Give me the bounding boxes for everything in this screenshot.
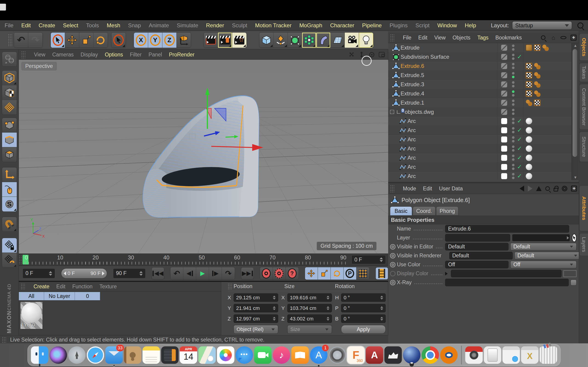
dock-fusion360[interactable]: F 360 [347, 346, 365, 364]
layer-color-chip[interactable] [498, 162, 510, 171]
enabled-check-icon[interactable]: ✓ [516, 62, 523, 69]
visibility-dots[interactable] [510, 173, 516, 179]
viewport-menu-item[interactable]: View [34, 52, 45, 58]
viewport-menu-item[interactable]: ProRender [169, 52, 194, 58]
menu-mograph[interactable]: MoGraph [299, 22, 322, 29]
menu-create[interactable]: Create [39, 22, 55, 29]
soft-selection-button[interactable]: S [2, 197, 17, 211]
layer-color-chip[interactable] [498, 61, 510, 70]
search-icon[interactable] [540, 34, 547, 41]
tab-takes[interactable]: Takes [579, 63, 588, 82]
coordinate-system-button[interactable] [177, 33, 191, 48]
coordinate-input[interactable]: 21.941 cm [233, 304, 278, 312]
enabled-check-icon[interactable]: ✓ [516, 90, 523, 97]
menu-help[interactable]: Help [465, 22, 476, 29]
tag-icon[interactable] [542, 44, 549, 51]
tweak-mode-button[interactable] [2, 182, 17, 197]
text-input[interactable]: Default [445, 243, 509, 250]
lock-workplane-button[interactable] [2, 238, 17, 253]
render-settings-button[interactable] [232, 33, 246, 48]
layer-color-chip[interactable] [498, 135, 510, 144]
om-row-arc[interactable]: ∟0 Arc ✓ [388, 117, 571, 126]
dock-mail[interactable]: 33 [105, 346, 123, 364]
viewport-menu-item[interactable]: Options [105, 52, 123, 58]
text-input[interactable]: Off [445, 261, 509, 268]
add-icon[interactable]: + [571, 186, 577, 192]
dock-books[interactable] [292, 346, 309, 364]
visibility-dots[interactable] [510, 54, 516, 60]
material-menu-item[interactable]: Function [72, 284, 93, 290]
play-button[interactable]: ▶ [196, 267, 209, 280]
keyframe-hud-button[interactable]: ? [286, 267, 299, 280]
menu-motion-tracker[interactable]: Motion Tracker [255, 22, 292, 29]
tag-icon[interactable] [526, 72, 532, 78]
layer-color-chip[interactable] [498, 52, 510, 61]
dock-messages[interactable]: ••• [236, 346, 253, 364]
menu-t,ools[interactable]: Tools [86, 22, 99, 29]
dropdown[interactable]: Default [515, 252, 581, 259]
visibility-dots[interactable] [510, 72, 516, 78]
dock-trash[interactable] [540, 346, 557, 364]
live-selection-button[interactable] [51, 33, 65, 48]
lock-icon[interactable] [553, 188, 558, 192]
layout-select[interactable]: Startup [512, 21, 572, 30]
dock-autocad[interactable]: A [366, 346, 383, 364]
dock-calculator[interactable] [161, 346, 179, 364]
goto-start-button[interactable]: ◀◀ [152, 267, 164, 280]
menu-animate[interactable]: Animate [149, 22, 169, 29]
dock-facetime[interactable] [254, 346, 272, 364]
material-swatch[interactable]: LYR 0 [20, 302, 43, 329]
tag-icon[interactable] [526, 90, 532, 97]
om-row-objects-dwg[interactable]: − ∟0 objects.dwg ✓ [388, 107, 571, 117]
coordinate-input[interactable]: 0 ° [341, 293, 386, 302]
position-mode-select[interactable]: Object (Rel) [233, 325, 278, 334]
add-cube-button[interactable] [259, 33, 274, 48]
visibility-dots[interactable] [510, 81, 516, 87]
keyframe-dot-icon[interactable] [390, 262, 397, 267]
dock-appstore[interactable]: A 1 [310, 346, 328, 364]
material-menu-item[interactable]: Create [34, 284, 49, 290]
enabled-check-icon[interactable]: ✓ [516, 108, 523, 115]
pick-object-icon[interactable] [572, 234, 577, 242]
tab-attributes[interactable]: Attributes [579, 185, 588, 231]
visibility-dots[interactable] [510, 109, 516, 115]
om-row-extrude-4[interactable]: ∟0 Extrude.4 ✓ [388, 89, 571, 98]
layer-color-chip[interactable] [498, 80, 510, 89]
drag-grip[interactable] [2, 337, 6, 343]
enabled-check-icon[interactable]: ✓ [516, 53, 523, 60]
keyframe-dot-icon[interactable] [390, 253, 397, 259]
coordinate-input[interactable]: 12.997 cm [233, 315, 278, 323]
material-menu-item[interactable]: Texture [99, 284, 117, 290]
add-subdivision-surface-button[interactable] [288, 33, 302, 48]
keyframe-dot-icon[interactable] [390, 244, 397, 250]
visibility-dots[interactable] [510, 155, 516, 161]
stepper-down-icon[interactable] [380, 260, 383, 262]
history-forward-icon[interactable] [528, 186, 532, 192]
visibility-dots[interactable] [510, 127, 516, 133]
tag-icon[interactable] [534, 44, 540, 51]
tag-icon[interactable] [526, 100, 532, 106]
coordinate-input[interactable]: 103.704 cm [287, 304, 332, 312]
key-rotation-toggle[interactable] [331, 267, 344, 280]
menu-select[interactable]: Select [63, 22, 78, 29]
visibility-dots[interactable] [510, 44, 516, 51]
key-parameter-toggle[interactable]: P [344, 267, 356, 280]
menu-pipeline[interactable]: Pipeline [362, 22, 382, 29]
prev-key-button[interactable]: ↶ [170, 267, 183, 280]
material-menu-item[interactable]: Edit [56, 284, 65, 290]
tag-icon[interactable] [534, 72, 540, 78]
enabled-check-icon[interactable]: ✓ [516, 81, 523, 88]
next-key-button[interactable]: ↷ [222, 267, 235, 280]
viewport-menu-item[interactable]: Filter [130, 52, 141, 58]
frame-range-slider[interactable]: 0 F 90 F [61, 268, 107, 278]
dock-settings[interactable] [329, 346, 346, 364]
start-frame-field[interactable]: 0 F [23, 268, 55, 278]
scroll-down-icon[interactable]: ▼ [573, 175, 577, 180]
layer-color-chip[interactable] [498, 172, 510, 180]
dock-finder[interactable] [31, 346, 48, 364]
lock-x-axis-button[interactable]: X [134, 33, 148, 48]
pan-view-icon[interactable] [347, 51, 355, 58]
dock-safari[interactable] [87, 346, 104, 364]
viewport-canvas[interactable]: Y Z X [19, 60, 388, 253]
om-row-extrude-3[interactable]: ∟0 Extrude.3 ✓ [388, 80, 571, 89]
